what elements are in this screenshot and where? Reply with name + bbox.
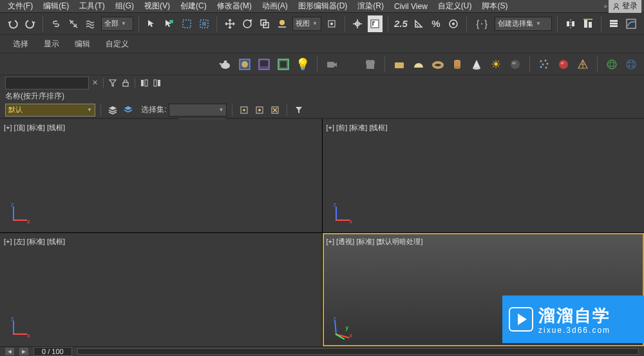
half-moon-icon[interactable] xyxy=(343,57,359,72)
svg-rect-7 xyxy=(263,23,269,28)
torus-icon[interactable] xyxy=(430,57,446,72)
plane-icon[interactable] xyxy=(392,57,407,72)
unlink-button[interactable] xyxy=(66,15,81,32)
sphere-dark-icon[interactable] xyxy=(507,57,523,72)
layer-explorer-button[interactable] xyxy=(607,15,621,32)
teapot-icon[interactable] xyxy=(218,57,233,72)
tab-edit[interactable]: 编辑 xyxy=(67,36,98,52)
viewport-top[interactable]: [+] [顶] [标准] [线框] zx xyxy=(0,119,322,232)
selset-action3-icon[interactable] xyxy=(269,104,281,117)
cylinder-icon[interactable] xyxy=(450,57,465,72)
selset-action2-icon[interactable] xyxy=(253,104,266,117)
sun-icon[interactable]: ☀ xyxy=(488,57,504,72)
menu-modifier[interactable]: 修改器(M) xyxy=(212,0,257,13)
render-setup-icon[interactable] xyxy=(256,57,272,72)
layer-props-icon[interactable] xyxy=(122,104,135,117)
svg-point-5 xyxy=(243,20,251,28)
move-button[interactable] xyxy=(222,15,237,32)
viewport-left[interactable]: [+] [左] [标准] [线框] zx xyxy=(0,233,322,346)
funnel-icon[interactable] xyxy=(292,104,305,117)
lock-icon[interactable] xyxy=(119,77,132,89)
bind-spacewarp-button[interactable] xyxy=(84,15,99,32)
link-button[interactable] xyxy=(48,15,63,32)
select-region-rect-button[interactable] xyxy=(179,15,194,32)
cone-icon[interactable] xyxy=(469,57,484,72)
mirror-button[interactable] xyxy=(563,15,578,32)
tab-display[interactable]: 显示 xyxy=(36,36,67,52)
clear-search-button[interactable]: ✕ xyxy=(89,77,100,89)
viewport-front[interactable]: [+] [前] [标准] [线框] zx xyxy=(323,119,645,232)
menu-tools[interactable]: 工具(T) xyxy=(74,0,109,13)
login-button[interactable]: 登录 xyxy=(609,0,641,13)
select-object-button[interactable] xyxy=(144,15,159,32)
svg-rect-56 xyxy=(145,80,147,86)
timeline-next-button[interactable]: ► xyxy=(19,348,28,355)
particles-icon[interactable] xyxy=(536,57,552,72)
timeline-prev-button[interactable]: ◄ xyxy=(5,348,14,355)
redo-button[interactable] xyxy=(23,15,37,32)
select-by-name-button[interactable] xyxy=(162,15,176,32)
render-frame-icon[interactable] xyxy=(276,57,291,72)
display-columns2-icon[interactable] xyxy=(151,77,164,89)
svg-point-23 xyxy=(224,61,227,62)
curve-editor-button[interactable] xyxy=(624,15,639,32)
timeline-track[interactable] xyxy=(77,348,639,355)
rotate-button[interactable] xyxy=(240,15,254,32)
play-icon xyxy=(509,307,533,332)
dome-icon[interactable] xyxy=(411,57,426,72)
angle-snap-button[interactable] xyxy=(411,15,426,32)
menu-civil-view[interactable]: Civil View xyxy=(389,1,433,12)
selset-dropdown[interactable]: ▼ xyxy=(169,104,227,117)
select-manipulate-button[interactable] xyxy=(350,15,365,32)
use-pivot-button[interactable] xyxy=(324,15,339,32)
tab-select[interactable]: 选择 xyxy=(5,36,36,52)
render-icon[interactable]: 💡 xyxy=(295,57,310,72)
default-layer-dropdown[interactable]: 默认▼ xyxy=(5,104,95,117)
selset-action1-icon[interactable] xyxy=(238,104,251,117)
film-icon[interactable] xyxy=(363,57,378,72)
name-search-input[interactable] xyxy=(5,77,89,89)
layer-stack-icon[interactable] xyxy=(106,104,119,117)
named-sel-set-edit-button[interactable]: {⬝} xyxy=(472,15,492,32)
pyramid-wire-icon[interactable] xyxy=(575,57,591,72)
sphere-red-icon[interactable] xyxy=(556,57,571,72)
percent-snap-button[interactable]: % xyxy=(428,15,443,32)
menu-view[interactable]: 视图(V) xyxy=(139,0,175,13)
align-button[interactable] xyxy=(581,15,596,32)
menu-graph-editor[interactable]: 图形编辑器(D) xyxy=(293,0,353,13)
scale-button[interactable] xyxy=(258,15,272,32)
tab-custom[interactable]: 自定义 xyxy=(98,36,137,52)
material-editor-icon[interactable] xyxy=(237,57,252,72)
menu-edit[interactable]: 编辑(E) xyxy=(38,0,74,13)
login-label: 登录 xyxy=(622,1,638,12)
menu-animation[interactable]: 动画(A) xyxy=(257,0,293,13)
ref-coord-dropdown[interactable]: 视图▼ xyxy=(292,17,321,31)
svg-rect-29 xyxy=(280,61,287,68)
menu-render[interactable]: 渲染(R) xyxy=(352,0,389,13)
keyboard-shortcut-button[interactable] xyxy=(368,15,383,32)
object-toolbar: 💡 ☀ xyxy=(0,53,644,75)
menu-file[interactable]: 文件(F) xyxy=(3,0,38,13)
named-sel-set-dropdown[interactable]: 创建选择集▼ xyxy=(495,17,553,31)
geosphere-blue-icon[interactable] xyxy=(623,57,639,72)
svg-rect-37 xyxy=(454,61,460,68)
select-window-crossing-button[interactable] xyxy=(196,15,211,32)
undo-button[interactable] xyxy=(5,15,20,32)
placement-button[interactable] xyxy=(275,15,290,32)
menu-create[interactable]: 创建(C) xyxy=(175,0,212,13)
spinner-snap-button[interactable] xyxy=(446,15,460,32)
svg-point-61 xyxy=(258,109,261,111)
menu-overflow-icon[interactable]: » xyxy=(602,3,609,10)
geosphere-green-icon[interactable] xyxy=(604,57,620,72)
selection-filter-dropdown[interactable]: 全部▼ xyxy=(101,17,133,31)
menu-group[interactable]: 组(G) xyxy=(110,0,139,13)
menu-customize[interactable]: 自定义(U) xyxy=(433,0,477,13)
svg-point-47 xyxy=(545,66,547,68)
svg-point-45 xyxy=(547,62,549,64)
menu-script[interactable]: 脚本(S) xyxy=(477,0,513,13)
display-columns1-icon[interactable] xyxy=(138,77,151,89)
filter-icon[interactable] xyxy=(106,77,119,89)
camera-icon[interactable] xyxy=(324,57,339,72)
name-input-row: ✕ xyxy=(0,75,644,90)
snap-25-button[interactable]: 2.5 xyxy=(393,15,408,32)
